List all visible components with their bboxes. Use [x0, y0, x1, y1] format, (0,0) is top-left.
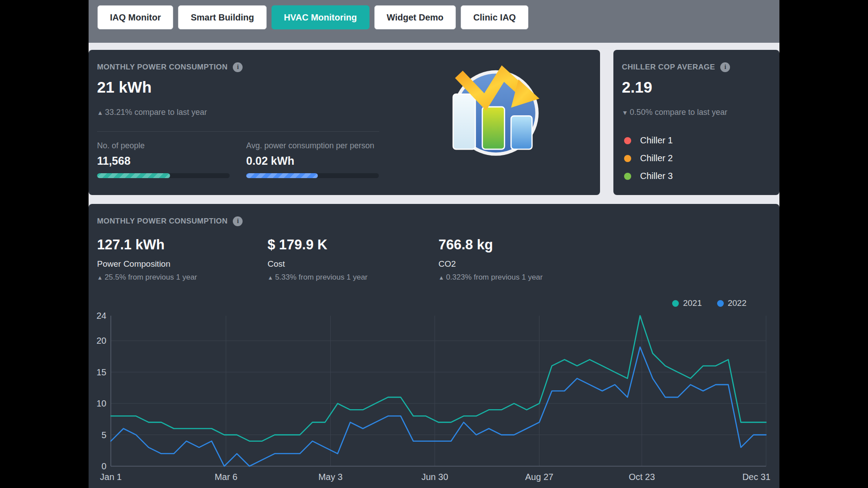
tab-iaq-monitor[interactable]: IAQ Monitor — [97, 5, 173, 29]
metric-value: 11,568 — [97, 155, 230, 167]
card-title: CHILLER COP AVERAGE — [622, 63, 715, 72]
progress-track — [246, 173, 379, 178]
progress-fill — [97, 173, 170, 178]
trend-up-icon: ▲ — [97, 109, 103, 116]
legend-dot-icon — [624, 155, 631, 162]
power-consumption-line-chart: 0510152024Jan 1Mar 6May 3Jun 30Aug 27Oct… — [89, 204, 779, 488]
y-tick-label: 10 — [97, 399, 106, 408]
chiller-legend-item[interactable]: Chiller 3 — [624, 171, 673, 181]
x-tick-label: Dec 31 — [742, 472, 771, 482]
x-tick-label: Mar 6 — [215, 472, 237, 482]
metric-label: No. of people — [97, 141, 230, 150]
card-monthly-power-detail: MONTHLY POWER CONSUMPTION i 127.1 kWh Po… — [89, 204, 779, 488]
tab-smart-building[interactable]: Smart Building — [178, 5, 266, 29]
progress-track — [97, 173, 230, 178]
x-tick-label: Aug 27 — [525, 472, 553, 482]
cop-value: 2.19 — [622, 78, 652, 96]
metric-value: 0.02 kWh — [246, 155, 379, 167]
tab-widget-demo[interactable]: Widget Demo — [374, 5, 456, 29]
progress-fill — [246, 173, 318, 178]
divider — [97, 131, 379, 132]
y-tick-label: 0 — [101, 461, 106, 471]
metric-people: No. of people 11,568 — [97, 141, 230, 178]
line-series-2022 — [111, 347, 766, 466]
declining-bar-chart-icon — [442, 59, 549, 166]
info-icon[interactable]: i — [720, 62, 730, 72]
legend-label: Chiller 2 — [640, 153, 673, 163]
metric-avg-power: Avg. power consumption per person 0.02 k… — [246, 141, 379, 178]
legend-label: Chiller 3 — [640, 171, 673, 181]
x-tick-label: May 3 — [318, 472, 342, 482]
x-tick-label: Jan 1 — [100, 472, 122, 482]
tab-clinic-iaq[interactable]: Clinic IAQ — [461, 5, 528, 29]
power-value: 21 kWh — [97, 78, 152, 96]
chiller-legend-item[interactable]: Chiller 1 — [624, 135, 673, 146]
trend-down-icon: ▼ — [622, 109, 628, 116]
chiller-legend: Chiller 1Chiller 2Chiller 3 — [624, 135, 673, 181]
legend-dot-icon — [624, 137, 631, 144]
app-stage: IAQ MonitorSmart BuildingHVAC Monitoring… — [89, 0, 779, 488]
y-tick-label: 15 — [97, 367, 106, 377]
tab-bar: IAQ MonitorSmart BuildingHVAC Monitoring… — [97, 5, 528, 29]
card-monthly-power-summary: MONTHLY POWER CONSUMPTION i 21 kWh ▲33.2… — [89, 50, 600, 195]
card-header: MONTHLY POWER CONSUMPTION i — [97, 62, 243, 72]
card-header: CHILLER COP AVERAGE i — [622, 62, 730, 72]
x-tick-label: Jun 30 — [422, 472, 448, 482]
legend-dot-icon — [624, 173, 631, 180]
cop-delta: ▼0.50% compare to last year — [622, 108, 727, 117]
info-icon[interactable]: i — [233, 62, 243, 72]
chiller-legend-item[interactable]: Chiller 2 — [624, 153, 673, 163]
line-series-2021 — [111, 316, 766, 441]
y-tick-label: 20 — [97, 336, 106, 346]
card-title: MONTHLY POWER CONSUMPTION — [97, 63, 227, 72]
card-chiller-cop: CHILLER COP AVERAGE i 2.19 ▼0.50% compar… — [613, 50, 779, 195]
x-tick-label: Oct 23 — [629, 472, 655, 482]
power-delta: ▲33.21% compare to last year — [97, 108, 207, 117]
top-navigation-bar: IAQ MonitorSmart BuildingHVAC Monitoring… — [89, 0, 779, 43]
y-tick-label: 24 — [97, 311, 106, 321]
metric-label: Avg. power consumption per person — [246, 141, 379, 150]
y-tick-label: 5 — [101, 430, 106, 440]
tab-hvac-monitoring[interactable]: HVAC Monitoring — [272, 5, 369, 29]
legend-label: Chiller 1 — [640, 135, 673, 146]
